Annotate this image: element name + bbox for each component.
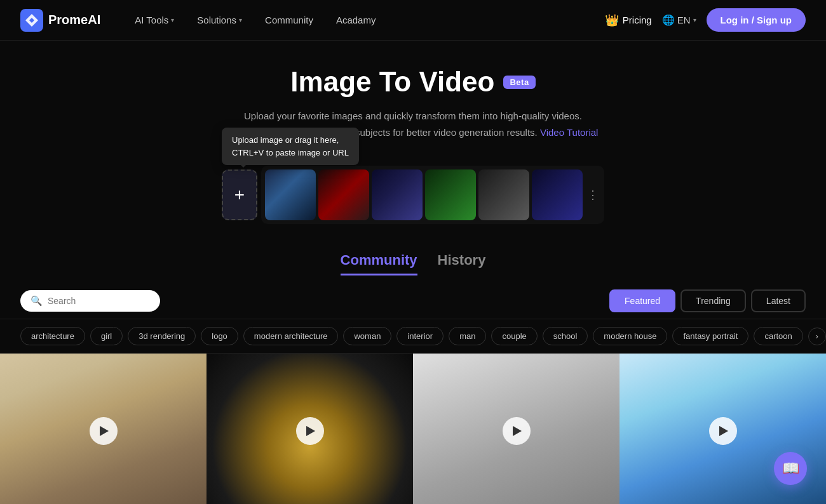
play-icon xyxy=(306,426,315,436)
play-icon xyxy=(719,426,728,436)
upload-container: Upload image or drag it here, CTRL+V to … xyxy=(222,166,604,224)
pricing-button[interactable]: 👑 Pricing xyxy=(605,13,652,27)
strip-image-6[interactable] xyxy=(532,169,583,220)
nav-right: 👑 Pricing 🌐 EN ▾ Log in / Sign up xyxy=(605,8,806,32)
tab-community[interactable]: Community xyxy=(341,252,417,275)
tutorial-link[interactable]: Video Tutorial xyxy=(540,127,598,138)
play-button-2[interactable] xyxy=(296,417,324,445)
play-button-4[interactable] xyxy=(709,417,737,445)
play-icon xyxy=(100,426,109,436)
tag-3d-rendering[interactable]: 3d rendering xyxy=(128,327,196,345)
tag-woman[interactable]: woman xyxy=(343,327,391,345)
filter-buttons: Featured Trending Latest xyxy=(609,289,806,312)
tag-cartoon[interactable]: cartoon xyxy=(754,327,802,345)
filter-featured[interactable]: Featured xyxy=(609,289,675,312)
filter-trending[interactable]: Trending xyxy=(680,289,746,312)
tag-interior[interactable]: interior xyxy=(396,327,443,345)
upload-section: Upload image or drag it here, CTRL+V to … xyxy=(0,153,826,237)
search-box[interactable]: 🔍 xyxy=(20,290,160,312)
tag-fantasy-portrait[interactable]: fantasy portrait xyxy=(672,327,748,345)
tab-history[interactable]: History xyxy=(438,252,486,275)
logo-text: PromeAI xyxy=(48,13,100,27)
community-history-tabs: Community History xyxy=(0,237,826,283)
strip-image-1[interactable] xyxy=(265,169,316,220)
nav-ai-tools[interactable]: AI Tools ▾ xyxy=(126,10,183,30)
page-title: Image To Video Beta xyxy=(20,66,806,98)
tag-logo[interactable]: logo xyxy=(201,327,238,345)
tag-modern-house[interactable]: modern house xyxy=(593,327,667,345)
logo[interactable]: PromeAI xyxy=(20,9,100,32)
nav-community[interactable]: Community xyxy=(256,10,322,30)
strip-more-button[interactable]: ⋮ xyxy=(585,188,600,202)
tags-next-arrow[interactable]: › xyxy=(808,328,826,345)
login-button[interactable]: Log in / Sign up xyxy=(707,8,806,32)
logo-icon xyxy=(20,9,43,32)
floating-help-button[interactable]: 📖 xyxy=(774,452,807,485)
play-icon xyxy=(513,426,522,436)
language-selector[interactable]: 🌐 EN ▾ xyxy=(662,14,696,26)
nav-academy[interactable]: Acadamy xyxy=(327,10,385,30)
tag-couple[interactable]: couple xyxy=(491,327,537,345)
image-strip: ⋮ xyxy=(261,166,604,224)
strip-image-3[interactable] xyxy=(372,169,423,220)
strip-image-4[interactable] xyxy=(425,169,476,220)
video-card-1[interactable] xyxy=(0,354,207,504)
beta-badge: Beta xyxy=(503,76,535,89)
chevron-down-icon: ▾ xyxy=(239,17,242,23)
video-card-2[interactable] xyxy=(207,354,413,504)
nav-links: AI Tools ▾ Solutions ▾ Community Acadamy xyxy=(126,10,605,30)
play-button-1[interactable] xyxy=(90,417,118,445)
upload-tooltip: Upload image or drag it here, CTRL+V to … xyxy=(222,128,359,165)
chevron-down-icon: ▾ xyxy=(693,17,696,23)
tags-row: architecture girl 3d rendering logo mode… xyxy=(0,319,826,354)
strip-image-2[interactable] xyxy=(318,169,369,220)
globe-icon: 🌐 xyxy=(662,14,675,26)
search-input[interactable] xyxy=(48,296,137,306)
filter-bar: 🔍 Featured Trending Latest xyxy=(0,283,826,319)
tag-modern-architecture[interactable]: modern architecture xyxy=(243,327,339,345)
tag-architecture[interactable]: architecture xyxy=(20,327,85,345)
navbar: PromeAI AI Tools ▾ Solutions ▾ Community… xyxy=(0,0,826,41)
video-grid xyxy=(0,354,826,504)
tag-man[interactable]: man xyxy=(449,327,486,345)
crown-icon: 👑 xyxy=(605,13,619,27)
tag-school[interactable]: school xyxy=(543,327,588,345)
nav-solutions[interactable]: Solutions ▾ xyxy=(188,10,251,30)
hero-section: Image To Video Beta Upload your favorite… xyxy=(0,41,826,153)
filter-latest[interactable]: Latest xyxy=(751,289,806,312)
video-card-3[interactable] xyxy=(413,354,620,504)
play-button-3[interactable] xyxy=(503,417,531,445)
strip-image-5[interactable] xyxy=(478,169,529,220)
upload-add-button[interactable]: + xyxy=(222,169,257,220)
search-icon: 🔍 xyxy=(30,295,43,307)
tag-girl[interactable]: girl xyxy=(90,327,123,345)
hero-subtitle: Upload your favorite images and quickly … xyxy=(20,108,806,140)
chevron-down-icon: ▾ xyxy=(171,17,174,23)
